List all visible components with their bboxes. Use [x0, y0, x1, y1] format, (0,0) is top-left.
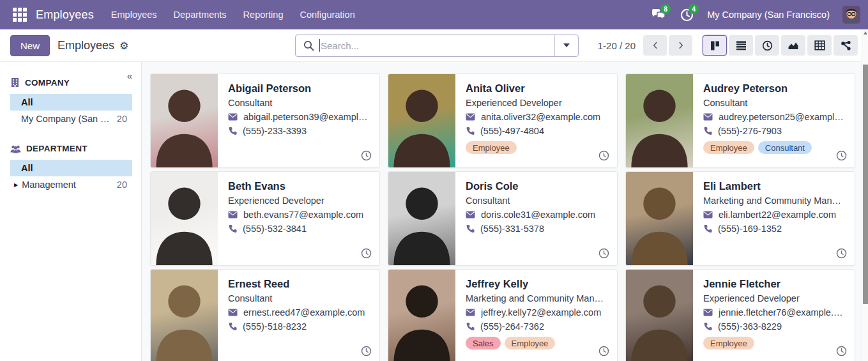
- messages-button[interactable]: 8: [651, 7, 666, 22]
- schedule-activity-icon[interactable]: [598, 248, 609, 259]
- schedule-activity-icon[interactable]: [361, 346, 372, 357]
- employee-name[interactable]: Eli Lambert: [703, 180, 846, 192]
- employee-name[interactable]: Jeffrey Kelly: [466, 278, 608, 290]
- graph-view-icon: [788, 40, 799, 50]
- employee-tag: Consultant: [758, 141, 812, 154]
- app-title[interactable]: Employees: [36, 8, 94, 22]
- employee-phone[interactable]: (555)-518-8232: [243, 321, 307, 332]
- employee-card[interactable]: Abigail Peterson Consultant abigail.pete…: [150, 73, 380, 168]
- employee-phone[interactable]: (555)-233-3393: [243, 126, 307, 136]
- employee-email[interactable]: audrey.peterson25@example.com: [719, 112, 846, 122]
- vertical-scrollbar[interactable]: [862, 29, 868, 361]
- employee-email[interactable]: doris.cole31@example.com: [481, 210, 595, 220]
- department-filter-all[interactable]: All: [10, 160, 132, 176]
- schedule-activity-icon[interactable]: [598, 346, 609, 357]
- employee-phone-row: (555)-497-4804: [466, 126, 608, 136]
- schedule-activity-icon[interactable]: [361, 248, 372, 259]
- menu-configuration[interactable]: Configuration: [291, 0, 363, 29]
- employee-photo: [388, 74, 455, 167]
- employee-phone[interactable]: (555)-264-7362: [480, 321, 544, 332]
- hierarchy-view-icon: [841, 40, 851, 51]
- pager-previous-button[interactable]: [643, 35, 667, 56]
- employee-card[interactable]: Ernest Reed Consultant ernest.reed47@exa…: [150, 269, 380, 361]
- menu-reporting[interactable]: Reporting: [235, 0, 292, 29]
- envelope-icon: [466, 211, 475, 219]
- envelope-icon: [703, 113, 713, 121]
- department-filter-management[interactable]: ▶︎ Management 20: [10, 176, 132, 193]
- company-section-title: COMPANY: [25, 78, 70, 88]
- employee-email[interactable]: jennie.fletcher76@example.com: [719, 307, 846, 318]
- company-filter-my-company[interactable]: My Company (San Francisco) 20: [10, 111, 132, 127]
- list-view-icon: [736, 40, 747, 50]
- employee-phone[interactable]: (555)-276-7903: [718, 126, 782, 136]
- employee-card[interactable]: Anita Oliver Experienced Developer anita…: [388, 73, 618, 168]
- chevron-right-icon: [676, 41, 685, 50]
- employee-email-row: beth.evans77@example.com: [228, 210, 370, 220]
- employee-tag: Employee: [505, 337, 556, 349]
- employee-phone-row: (555)-331-5378: [466, 224, 608, 234]
- schedule-activity-icon[interactable]: [836, 346, 847, 357]
- scroll-up-arrow[interactable]: [864, 31, 867, 35]
- view-activity-button[interactable]: [755, 35, 779, 56]
- search-input[interactable]: [321, 35, 554, 56]
- user-avatar[interactable]: [842, 6, 860, 24]
- activities-button[interactable]: 4: [679, 7, 694, 22]
- employee-name[interactable]: Ernest Reed: [228, 278, 370, 290]
- expand-caret-icon[interactable]: ▶︎: [14, 182, 18, 188]
- view-kanban-button[interactable]: [703, 35, 727, 56]
- employee-name[interactable]: Audrey Peterson: [703, 82, 846, 95]
- employee-phone[interactable]: (555)-497-4804: [480, 126, 544, 136]
- view-hierarchy-button[interactable]: [834, 35, 858, 56]
- menu-departments[interactable]: Departments: [165, 0, 235, 29]
- search-dropdown-toggle[interactable]: [554, 35, 578, 56]
- breadcrumb[interactable]: Employees: [57, 39, 114, 52]
- employee-card[interactable]: Audrey Peterson Consultant audrey.peters…: [625, 73, 855, 168]
- collapse-panel-button[interactable]: «: [127, 71, 132, 81]
- schedule-activity-icon[interactable]: [598, 150, 609, 161]
- view-list-button[interactable]: [729, 35, 753, 56]
- employee-email[interactable]: jeffrey.kelly72@example.com: [481, 307, 601, 318]
- scrollbar-thumb[interactable]: [863, 65, 868, 304]
- employee-card[interactable]: Eli Lambert Marketing and Community Mana…: [625, 171, 855, 266]
- person-silhouette: [151, 277, 218, 361]
- employee-card[interactable]: Jennie Fletcher Experienced Developer je…: [625, 269, 855, 361]
- employee-name[interactable]: Anita Oliver: [466, 82, 608, 95]
- activity-view-icon: [762, 40, 773, 51]
- employee-name[interactable]: Beth Evans: [228, 180, 370, 192]
- employee-phone[interactable]: (555)-169-1352: [718, 224, 782, 234]
- employee-phone[interactable]: (555)-532-3841: [243, 224, 307, 234]
- employee-email[interactable]: ernest.reed47@example.com: [243, 307, 365, 318]
- schedule-activity-icon[interactable]: [361, 150, 372, 161]
- phone-icon: [703, 127, 712, 135]
- employee-email[interactable]: abigail.peterson39@example.com: [243, 112, 370, 122]
- employee-card[interactable]: Beth Evans Experienced Developer beth.ev…: [150, 171, 380, 266]
- employee-email[interactable]: eli.lambert22@example.com: [719, 210, 836, 220]
- company-switcher[interactable]: My Company (San Francisco): [707, 10, 830, 20]
- employee-card[interactable]: Doris Cole Consultant doris.cole31@examp…: [388, 171, 618, 266]
- employee-name[interactable]: Jennie Fletcher: [703, 278, 846, 290]
- employee-phone[interactable]: (555)-363-8229: [718, 321, 782, 332]
- employee-email[interactable]: anita.oliver32@example.com: [481, 112, 600, 122]
- employee-phone[interactable]: (555)-331-5378: [480, 224, 544, 234]
- person-silhouette: [388, 82, 455, 167]
- employee-card[interactable]: Jeffrey Kelly Marketing and Community Ma…: [388, 269, 618, 361]
- employee-name[interactable]: Abigail Peterson: [228, 82, 370, 95]
- building-icon: [10, 77, 20, 88]
- avatar-image: [842, 6, 860, 24]
- employee-name[interactable]: Doris Cole: [466, 180, 608, 192]
- company-filter-all[interactable]: All: [10, 94, 132, 111]
- new-button[interactable]: New: [10, 35, 50, 56]
- schedule-activity-icon[interactable]: [836, 150, 847, 161]
- employee-photo: [626, 74, 693, 167]
- employee-email-row: audrey.peterson25@example.com: [703, 112, 846, 122]
- envelope-icon: [703, 211, 713, 219]
- view-graph-button[interactable]: [781, 35, 805, 56]
- employee-email[interactable]: beth.evans77@example.com: [243, 210, 363, 220]
- pager-next-button[interactable]: [669, 35, 692, 56]
- apps-menu-button[interactable]: [8, 3, 32, 27]
- menu-employees[interactable]: Employees: [103, 0, 165, 29]
- employee-job-title: Experienced Developer: [703, 293, 846, 303]
- view-pivot-button[interactable]: [807, 35, 832, 56]
- schedule-activity-icon[interactable]: [836, 248, 847, 259]
- gear-icon[interactable]: ⚙︎: [119, 40, 128, 52]
